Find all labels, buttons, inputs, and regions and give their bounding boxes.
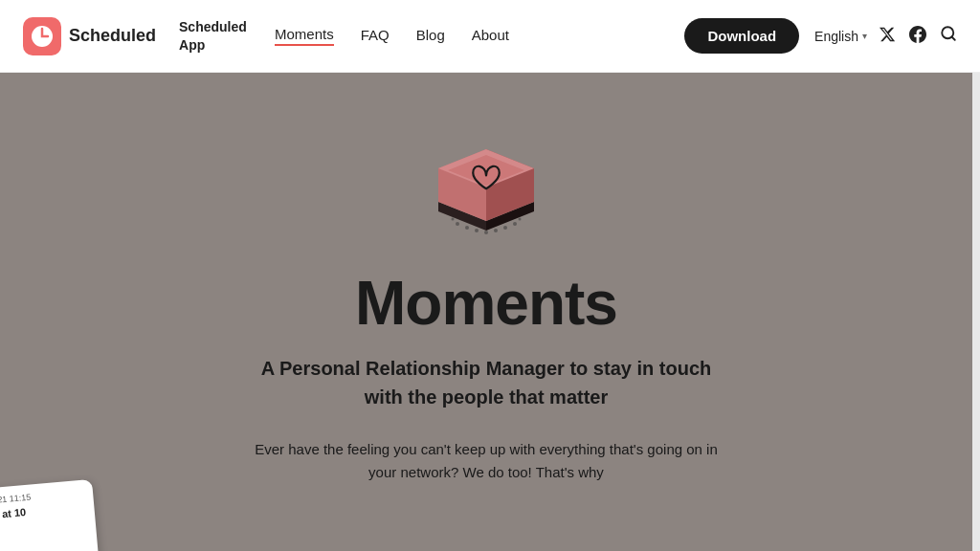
logo-link[interactable]: Scheduled <box>23 17 156 55</box>
facebook-icon[interactable] <box>909 26 926 47</box>
hero-title: Moments <box>355 268 617 339</box>
scheduled-app-link[interactable]: Scheduled App <box>179 18 256 53</box>
scrollbar[interactable] <box>972 0 980 551</box>
svg-point-9 <box>503 226 507 230</box>
chevron-down-icon: ▾ <box>862 31 867 41</box>
svg-point-10 <box>513 222 517 226</box>
hero-section: Moments A Personal Relationship Manager … <box>0 73 972 551</box>
phone-card: 2021 11:15 nt at 10 <box>0 479 100 551</box>
hero-body: Ever have the feeling you can't keep up … <box>242 438 730 484</box>
social-links <box>879 26 926 47</box>
search-button[interactable] <box>940 25 957 47</box>
nav-about[interactable]: About <box>472 27 509 45</box>
nav-faq[interactable]: FAQ <box>361 27 390 45</box>
svg-point-6 <box>475 229 479 232</box>
logo-text: Scheduled <box>69 26 156 46</box>
nav-blog[interactable]: Blog <box>416 27 445 45</box>
navbar: Scheduled Scheduled App Moments FAQ Blog… <box>0 0 980 73</box>
svg-point-17 <box>452 218 455 221</box>
nav-moments[interactable]: Moments <box>275 26 334 46</box>
language-selector[interactable]: English ▾ <box>814 29 867 44</box>
hero-subtitle: A Personal Relationship Manager to stay … <box>256 354 716 411</box>
main-nav: Moments FAQ Blog About <box>275 26 677 46</box>
svg-point-5 <box>465 226 469 230</box>
twitter-icon[interactable] <box>879 26 896 47</box>
svg-point-8 <box>494 229 498 232</box>
svg-point-7 <box>484 231 488 234</box>
svg-line-3 <box>951 36 954 39</box>
svg-point-18 <box>519 218 522 221</box>
logo-icon <box>23 17 61 55</box>
moments-icon <box>410 111 563 245</box>
phone-card-name: nt at 10 <box>0 501 85 521</box>
download-button[interactable]: Download <box>684 18 799 54</box>
svg-point-4 <box>456 222 459 226</box>
language-label: English <box>814 29 858 44</box>
